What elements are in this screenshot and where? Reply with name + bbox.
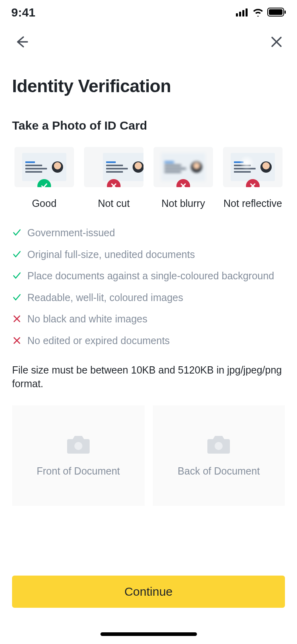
example-image-reflective xyxy=(223,147,283,187)
svg-rect-5 xyxy=(269,9,283,15)
svg-rect-6 xyxy=(285,10,286,14)
rule-item: Government-issued xyxy=(12,226,285,241)
rule-text: Place documents against a single-coloure… xyxy=(27,269,274,283)
example-image-cut xyxy=(84,147,143,187)
rule-text: No black and white images xyxy=(27,312,147,326)
status-bar: 9:41 xyxy=(0,0,297,23)
x-icon xyxy=(12,335,22,349)
page-subtitle: Take a Photo of ID Card xyxy=(12,119,285,132)
rule-text: No edited or expired documents xyxy=(27,334,170,347)
svg-rect-0 xyxy=(236,13,238,17)
page-title: Identity Verification xyxy=(12,76,285,96)
x-icon xyxy=(12,314,22,327)
continue-button[interactable]: Continue xyxy=(12,576,285,608)
upload-front-label: Front of Document xyxy=(37,465,120,477)
back-button[interactable] xyxy=(12,32,31,53)
rule-item: No black and white images xyxy=(12,312,285,327)
rules-list: Government-issued Original full-size, un… xyxy=(12,226,285,348)
example-not-reflective: Not reflective xyxy=(221,147,285,209)
example-image-good xyxy=(14,147,74,187)
upload-back-button[interactable]: Back of Document xyxy=(153,405,285,506)
rule-item: Original full-size, unedited documents xyxy=(12,248,285,262)
battery-icon xyxy=(267,6,286,19)
check-icon xyxy=(12,270,22,284)
status-time: 9:41 xyxy=(11,6,35,19)
rule-text: Readable, well-lit, coloured images xyxy=(27,291,183,304)
svg-point-7 xyxy=(74,442,82,450)
example-label: Not blurry xyxy=(162,198,205,209)
signal-icon xyxy=(236,6,249,19)
check-icon xyxy=(12,249,22,262)
upload-front-button[interactable]: Front of Document xyxy=(12,405,145,506)
example-label: Not cut xyxy=(98,198,129,209)
example-label: Good xyxy=(32,198,56,209)
svg-point-8 xyxy=(215,442,223,450)
nav-bar xyxy=(0,23,297,57)
close-button[interactable] xyxy=(268,33,285,52)
check-icon xyxy=(12,227,22,241)
svg-rect-2 xyxy=(242,10,244,17)
arrow-left-icon xyxy=(14,45,30,51)
file-size-note: File size must be between 10KB and 5120K… xyxy=(12,363,285,391)
rule-item: No edited or expired documents xyxy=(12,334,285,349)
close-icon xyxy=(270,44,283,50)
camera-icon xyxy=(66,434,90,456)
upload-row: Front of Document Back of Document xyxy=(12,405,285,506)
camera-icon xyxy=(207,434,231,456)
check-icon xyxy=(12,292,22,305)
svg-rect-3 xyxy=(246,8,248,17)
example-image-blurry xyxy=(154,147,213,187)
home-indicator xyxy=(100,632,197,636)
status-indicators xyxy=(236,6,286,19)
rule-text: Government-issued xyxy=(27,226,115,239)
example-good: Good xyxy=(12,147,76,209)
example-not-cut: Not cut xyxy=(82,147,146,209)
svg-rect-1 xyxy=(239,12,241,17)
example-label: Not reflective xyxy=(223,198,282,209)
rule-item: Readable, well-lit, coloured images xyxy=(12,291,285,305)
example-not-blurry: Not blurry xyxy=(151,147,215,209)
upload-back-label: Back of Document xyxy=(178,465,260,477)
wifi-icon xyxy=(252,6,264,19)
rule-item: Place documents against a single-coloure… xyxy=(12,269,285,284)
examples-row: Good Not cut Not blurry xyxy=(12,147,285,209)
rule-text: Original full-size, unedited documents xyxy=(27,248,195,261)
